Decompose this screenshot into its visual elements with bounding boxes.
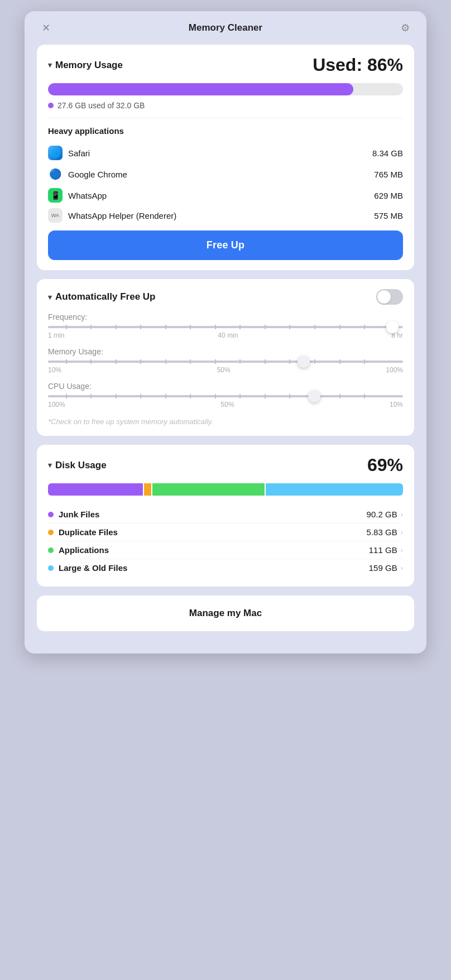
disk-bar xyxy=(48,483,403,496)
memory-progress-fill xyxy=(48,83,353,95)
junk-dot-icon xyxy=(48,512,54,517)
app-row-whatsapp: 📱 WhatsApp 629 MB xyxy=(48,185,403,206)
app-title: Memory Cleaner xyxy=(189,22,262,33)
app-name-chrome: Google Chrome xyxy=(68,170,127,179)
cpu-usage-slider-thumb[interactable] xyxy=(308,390,320,402)
memory-section-title: ▾ Memory Usage xyxy=(48,60,123,71)
auto-free-up-header: ▾ Automatically Free Up xyxy=(48,289,403,305)
cpu-usage-slider-track xyxy=(48,395,403,397)
auto-free-up-note: *Check on to free up system memory autom… xyxy=(48,417,403,426)
safari-icon: 🌐 xyxy=(48,146,63,160)
memory-detail-label: 27.6 GB used of 32.0 GB xyxy=(48,101,403,110)
disk-row-applications[interactable]: Applications 111 GB › xyxy=(48,541,403,559)
title-bar: ✕ Memory Cleaner ⚙ xyxy=(37,21,414,35)
auto-free-up-toggle[interactable] xyxy=(376,289,403,305)
app-row-safari: 🌐 Safari 8.34 GB xyxy=(48,142,403,164)
frequency-slider-track xyxy=(48,326,403,328)
disk-segment-apps xyxy=(152,483,265,496)
disk-row-junk[interactable]: Junk Files 90.2 GB › xyxy=(48,506,403,523)
disk-segment-junk xyxy=(48,483,143,496)
frequency-slider-thumb[interactable] xyxy=(386,321,399,333)
whatsapp-helper-icon: WA xyxy=(48,208,63,223)
large-old-chevron-right-icon: › xyxy=(401,564,403,572)
cpu-usage-slider-label: CPU Usage: xyxy=(48,382,403,391)
memory-dot-icon xyxy=(48,103,54,108)
disk-row-large-old[interactable]: Large & Old Files 159 GB › xyxy=(48,559,403,577)
heavy-apps-title: Heavy applications xyxy=(48,126,403,136)
memory-usage-slider-track xyxy=(48,361,403,363)
disk-usage-card: ▾ Disk Usage 69% Junk Files 90.2 GB › xyxy=(37,445,414,587)
auto-free-up-title: ▾ Automatically Free Up xyxy=(48,291,156,302)
app-size-whatsapp: 629 MB xyxy=(374,191,403,200)
memory-progress-bar xyxy=(48,83,403,95)
memory-usage-card: ▾ Memory Usage Used: 86% 27.6 GB used of… xyxy=(37,45,414,270)
frequency-slider-container xyxy=(48,326,403,328)
manage-mac-card: Manage my Mac xyxy=(37,595,414,631)
memory-section-header: ▾ Memory Usage Used: 86% xyxy=(48,55,403,75)
toggle-knob xyxy=(377,290,391,304)
cpu-range-labels: 100% 50% 10% xyxy=(48,401,403,409)
app-row-chrome: 🔵 Google Chrome 765 MB xyxy=(48,164,403,185)
junk-chevron-right-icon: › xyxy=(401,510,403,518)
memory-chevron-icon: ▾ xyxy=(48,61,52,69)
app-size-chrome: 765 MB xyxy=(374,170,403,179)
chrome-icon: 🔵 xyxy=(48,167,63,181)
disk-segment-large xyxy=(266,483,403,496)
app-row-whatsapp-helper: WA WhatsApp Helper (Renderer) 575 MB xyxy=(48,206,403,225)
app-size-safari: 8.34 GB xyxy=(372,148,403,158)
duplicate-chevron-right-icon: › xyxy=(401,528,403,536)
memory-usage-slider-label: Memory Usage: xyxy=(48,347,403,356)
applications-chevron-right-icon: › xyxy=(401,546,403,554)
used-percent-label: Used: 86% xyxy=(313,55,403,75)
manage-mac-button[interactable]: Manage my Mac xyxy=(40,599,411,628)
frequency-label: Frequency: xyxy=(48,313,403,321)
app-name-whatsapp: WhatsApp xyxy=(68,191,107,200)
large-old-dot-icon xyxy=(48,565,54,571)
auto-free-up-card: ▾ Automatically Free Up Frequency: xyxy=(37,279,414,436)
free-up-button[interactable]: Free Up xyxy=(48,230,403,260)
cpu-usage-slider-container xyxy=(48,395,403,397)
divider xyxy=(48,118,403,118)
app-name-safari: Safari xyxy=(68,148,90,158)
memory-range-labels: 10% 50% 100% xyxy=(48,366,403,374)
disk-segment-duplicate xyxy=(144,483,151,496)
disk-section-title: ▾ Disk Usage xyxy=(48,460,107,471)
applications-dot-icon xyxy=(48,547,54,553)
app-name-whatsapp-helper: WhatsApp Helper (Renderer) xyxy=(68,211,176,220)
app-window: ✕ Memory Cleaner ⚙ ▾ Memory Usage Used: … xyxy=(25,11,426,654)
disk-chevron-icon: ▾ xyxy=(48,461,52,469)
app-size-whatsapp-helper: 575 MB xyxy=(374,211,403,220)
settings-button[interactable]: ⚙ xyxy=(399,21,412,35)
memory-usage-slider-container xyxy=(48,361,403,363)
whatsapp-icon: 📱 xyxy=(48,188,63,203)
duplicate-dot-icon xyxy=(48,530,54,535)
disk-row-duplicate[interactable]: Duplicate Files 5.83 GB › xyxy=(48,523,403,541)
frequency-range-labels: 1 min 40 min 8 hr xyxy=(48,332,403,339)
auto-chevron-icon: ▾ xyxy=(48,293,52,301)
disk-used-percent: 69% xyxy=(367,455,403,475)
memory-usage-slider-thumb[interactable] xyxy=(298,356,310,368)
disk-section-header: ▾ Disk Usage 69% xyxy=(48,455,403,475)
close-button[interactable]: ✕ xyxy=(39,21,52,35)
